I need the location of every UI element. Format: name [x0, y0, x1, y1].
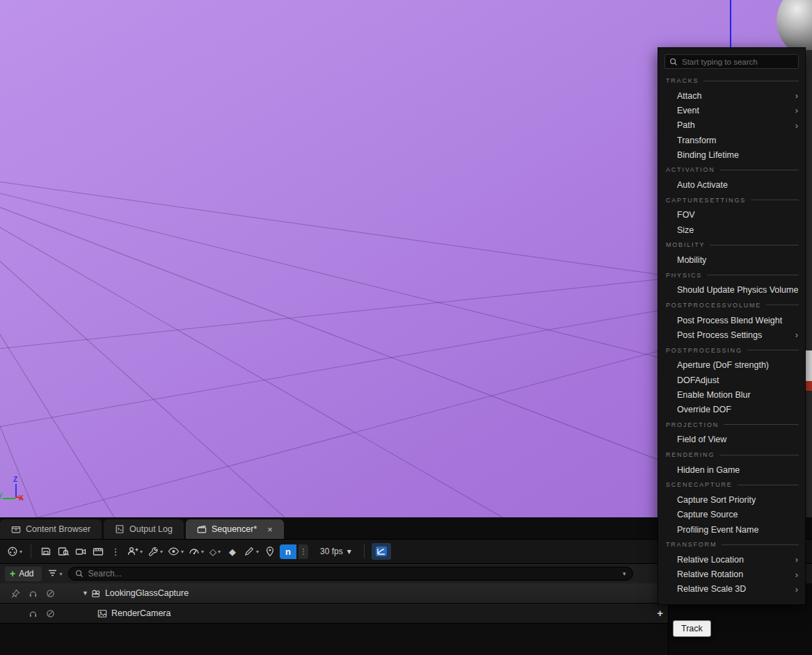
menu-item[interactable]: Attach› — [658, 88, 805, 103]
tab-content-browser[interactable]: Content Browser — [0, 519, 102, 539]
chevron-right-icon: › — [795, 585, 798, 594]
menu-item[interactable]: Relative Rotation› — [658, 567, 805, 582]
tab-output-log[interactable]: Output Log — [104, 519, 184, 539]
menu-item[interactable]: FOV — [658, 208, 805, 223]
chevron-down-icon: ▾ — [160, 549, 163, 555]
sequence-browse-button[interactable]: ▾ — [6, 543, 24, 560]
section-divider-line — [722, 544, 799, 545]
chevron-right-icon: › — [795, 121, 798, 130]
search-icon — [75, 569, 83, 578]
menu-item[interactable]: Aperture (DoF strength) — [658, 358, 805, 373]
snap-magnet-button[interactable]: n — [280, 544, 296, 559]
menu-section-header: PROJECTION — [658, 417, 805, 432]
menu-item-label: Auto Activate — [677, 180, 798, 190]
tab-sequencer[interactable]: Sequencer* × — [186, 519, 284, 539]
more-options-button[interactable]: ⋮ — [108, 543, 123, 560]
menu-item[interactable]: Capture Source — [658, 508, 805, 522]
menu-item[interactable]: Relative Scale 3D› — [658, 582, 805, 597]
create-camera-button[interactable] — [73, 543, 88, 560]
menu-item[interactable]: Should Update Physics Volume — [658, 283, 805, 298]
add-label: Add — [19, 569, 33, 579]
menu-item[interactable]: Post Process Settings› — [658, 328, 805, 342]
view-options-button[interactable]: ▾ — [166, 543, 185, 560]
curve-options-button[interactable]: ▾ — [242, 543, 260, 560]
filter-funnel-icon — [47, 569, 58, 579]
menu-item[interactable]: Relative Location› — [658, 552, 805, 567]
pin-icon[interactable] — [10, 589, 21, 598]
axis-y-line — [3, 498, 15, 499]
filter-button[interactable]: ▾ — [47, 569, 63, 579]
keyframe-options-button[interactable]: ◇ ▾ — [207, 543, 223, 560]
menu-item[interactable]: Profiling Event Name — [658, 522, 805, 537]
track-row-lookingglasscapture[interactable]: ▼ LookingGlassCapture — [0, 583, 668, 604]
menu-item-label: Capture Source — [677, 510, 798, 519]
menu-item[interactable]: Enable Motion Blur — [658, 387, 805, 402]
menu-item[interactable]: Override DOF — [658, 402, 805, 417]
grid-line — [0, 167, 495, 517]
actor-icon — [127, 546, 138, 557]
curve-editor-button[interactable] — [372, 543, 391, 560]
menu-item-label: Size — [677, 225, 798, 235]
row-controls — [0, 589, 77, 598]
mute-icon[interactable] — [45, 589, 56, 598]
render-movie-button[interactable] — [90, 543, 106, 560]
fps-label: 30 fps — [320, 547, 343, 556]
solo-headphones-icon[interactable] — [27, 589, 38, 598]
menu-item[interactable]: Hidden in Game — [658, 462, 805, 477]
chevron-down-icon: ▾ — [181, 549, 184, 555]
track-search-input[interactable] — [88, 569, 618, 579]
menu-search-box[interactable] — [664, 54, 799, 69]
sequencer-icon — [197, 524, 207, 534]
chevron-down-icon: ▾ — [140, 549, 143, 555]
playback-gauge-icon — [189, 546, 200, 557]
section-divider-line — [719, 455, 799, 455]
menu-item[interactable]: Auto Activate — [658, 177, 805, 192]
track-tooltip: Track — [673, 620, 711, 637]
marker-button[interactable] — [262, 543, 278, 560]
menu-section-header: POSTPROCESSING — [658, 343, 805, 358]
menu-item[interactable]: Transform — [658, 133, 805, 147]
menu-item-label: Profiling Event Name — [677, 525, 798, 535]
menu-item-label: Path — [677, 120, 795, 130]
menu-item[interactable]: Mobility — [658, 252, 805, 267]
axis-x-label: X — [19, 494, 24, 502]
fps-dropdown[interactable]: 30 fps ▾ — [315, 543, 357, 560]
find-in-content-browser-button[interactable] — [56, 543, 71, 560]
tools-button[interactable]: ▾ — [146, 543, 164, 560]
menu-item[interactable]: Field of View — [658, 432, 805, 447]
solo-headphones-icon[interactable] — [27, 609, 38, 618]
auto-key-diamond-icon: ◆ — [229, 547, 236, 557]
menu-item-label: Override DOF — [677, 405, 798, 414]
track-search-box[interactable]: ▾ — [68, 567, 633, 581]
add-actor-button[interactable]: ▾ — [125, 543, 144, 560]
auto-key-button[interactable]: ◆ — [225, 543, 240, 560]
chevron-down-icon: ▾ — [347, 547, 351, 556]
menu-item[interactable]: Post Process Blend Weight — [658, 313, 805, 328]
section-divider-line — [738, 485, 799, 485]
save-button[interactable] — [38, 543, 54, 560]
menu-item-label: Relative Rotation — [677, 569, 795, 579]
expander-caret-icon[interactable]: ▼ — [82, 590, 88, 597]
menu-item-label: Attach — [677, 91, 795, 101]
row-controls — [0, 609, 77, 618]
track-row-rendercamera[interactable]: RenderCamera + — [0, 604, 668, 624]
menu-item[interactable]: Event› — [658, 103, 805, 118]
menu-item[interactable]: Path› — [658, 118, 805, 133]
menu-search-input[interactable] — [682, 58, 794, 66]
camera-icon — [75, 546, 87, 557]
menu-item-label: Binding Lifetime — [677, 150, 798, 160]
menu-section-header: CAPTURESETTINGS — [658, 193, 805, 208]
menu-item[interactable]: DOFAdjust — [658, 373, 805, 387]
chevron-right-icon: › — [795, 330, 798, 339]
menu-section-header: MOBILITY — [658, 237, 805, 252]
menu-item[interactable]: Capture Sort Priority — [658, 492, 805, 507]
snap-options-button[interactable]: ⋮ — [298, 544, 308, 559]
close-icon[interactable]: × — [267, 525, 273, 534]
menu-item[interactable]: Size — [658, 223, 805, 237]
playback-options-button[interactable]: ▾ — [187, 543, 205, 560]
axis-z-label: Z — [13, 476, 17, 483]
add-section-plus-button[interactable]: + — [657, 608, 663, 618]
add-track-button[interactable]: + Add — [5, 567, 42, 581]
menu-item[interactable]: Binding Lifetime — [658, 147, 805, 162]
mute-icon[interactable] — [45, 609, 56, 618]
